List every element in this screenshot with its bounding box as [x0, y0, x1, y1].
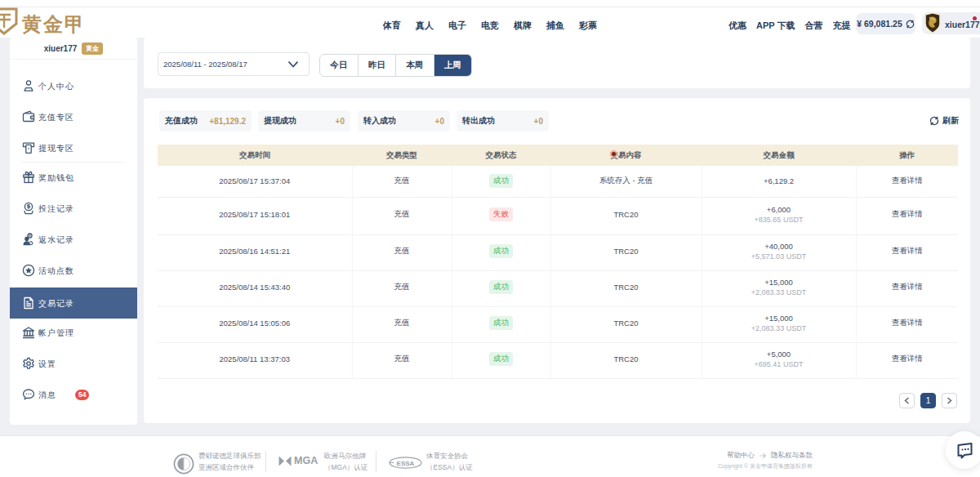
svg-text:ESSA: ESSA	[397, 460, 415, 467]
